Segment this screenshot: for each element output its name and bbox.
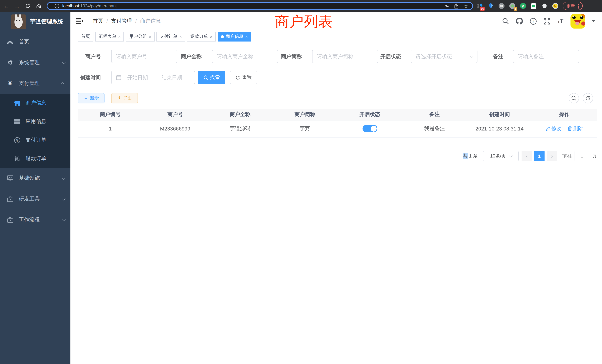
filter-label-status: 开启状态 (364, 50, 401, 63)
sidebar-item-infra[interactable]: 基础设施 (0, 168, 70, 189)
browser-menu-icon[interactable] (578, 3, 579, 8)
close-icon[interactable]: × (149, 34, 151, 39)
pagination-total: 共 1 条 (463, 153, 478, 159)
page-info-icon[interactable] (53, 3, 60, 9)
url-text: localhost:1024/pay/merchant (62, 4, 117, 8)
main-area: 首页 / 支付管理 / 商户信息 商户列表 ? (70, 12, 602, 364)
delete-button[interactable]: 删除 (568, 125, 583, 132)
tab-merchant-info[interactable]: 商户信息× (218, 32, 251, 41)
pagination: 共 1 条 10条/页 ‹ 1 › 前往 页 (463, 151, 597, 161)
profile-avatar-icon[interactable] (552, 3, 558, 9)
ext-green-circle-icon[interactable]: 1 (509, 3, 515, 9)
sidebar-item-label: 基础设施 (19, 175, 40, 182)
annotation-title: 商户列表 (275, 12, 333, 31)
sidebar-item-pay-order[interactable]: ¥ 支付订单 (0, 131, 70, 149)
address-bar[interactable]: localhost:1024/pay/merchant ☆ (47, 2, 473, 10)
update-label: 更新 (566, 3, 575, 9)
forward-icon[interactable]: → (13, 1, 22, 10)
share-icon[interactable] (453, 3, 460, 9)
user-avatar[interactable] (570, 14, 585, 29)
ext-chat-icon[interactable] (530, 3, 537, 9)
show-search-toggle-button[interactable] (569, 93, 579, 103)
refresh-button[interactable] (583, 93, 593, 103)
filter-label-create-time: 创建时间 (74, 71, 101, 84)
sidebar-item-workflow[interactable]: 工作流程 (0, 209, 70, 230)
status-toggle[interactable] (362, 125, 377, 132)
home-icon[interactable] (34, 1, 43, 10)
github-icon[interactable] (516, 17, 523, 25)
page-number-button[interactable]: 1 (534, 151, 545, 161)
col-merchant-no: 商户号 (143, 109, 208, 120)
sidebar-item-app-info[interactable]: 应用信息 (0, 112, 70, 131)
sidebar-item-label: 工作流程 (19, 216, 40, 223)
reload-icon[interactable] (23, 1, 32, 10)
tab-process-form[interactable]: 流程表单× (95, 32, 124, 41)
sidebar-collapse-icon[interactable] (76, 18, 83, 24)
prev-page-button[interactable]: ‹ (522, 151, 532, 161)
add-button[interactable]: ＋ 新增 (78, 93, 105, 103)
ext-yuque-icon[interactable]: y (520, 3, 526, 9)
avatar-caret-icon[interactable] (592, 20, 595, 22)
ext-blue-diamond-icon[interactable]: 10 (477, 3, 483, 9)
cell-remark: 我是备注 (402, 120, 467, 137)
ext-kite-icon[interactable] (487, 3, 494, 9)
logo-row[interactable]: 芋道管理系统 (0, 12, 70, 32)
password-key-icon[interactable] (443, 3, 450, 9)
breadcrumb-pay[interactable]: 支付管理 (111, 18, 132, 24)
fullscreen-icon[interactable] (543, 17, 550, 25)
sidebar-item-label: 商户信息 (26, 100, 46, 106)
app-logo (11, 14, 26, 29)
tab-user-group[interactable]: 用户分组× (126, 32, 155, 41)
search-button[interactable]: 搜索 (198, 71, 225, 84)
cell-merchant-no: M233666999 (143, 120, 208, 137)
yen-icon: ¥ (6, 80, 14, 87)
url-host: localhost (62, 4, 79, 8)
cell-id: 1 (78, 120, 143, 137)
page-header: 首页 / 支付管理 / 商户信息 商户列表 ? (70, 12, 602, 30)
back-icon[interactable]: ← (2, 1, 11, 10)
close-icon[interactable]: × (118, 34, 121, 39)
remark-input[interactable] (513, 50, 579, 63)
tab-pay-order[interactable]: 支付订单× (156, 32, 185, 41)
reset-button[interactable]: 重置 (230, 71, 257, 84)
tab-home[interactable]: 首页 (78, 32, 93, 41)
dashboard-icon (6, 39, 14, 45)
chrome-update-button[interactable]: 更新 (563, 2, 583, 10)
merchant-table: 商户编号 商户号 商户全称 商户简称 开启状态 备注 创建时间 操作 1 (78, 109, 597, 137)
create-time-range-picker[interactable]: - (111, 71, 195, 84)
tab-refund-order[interactable]: 退款订单× (187, 32, 216, 41)
briefcase-icon (6, 217, 14, 223)
bookmark-star-icon[interactable]: ☆ (463, 3, 469, 9)
sidebar-item-home[interactable]: 首页 (0, 32, 70, 52)
sidebar: 芋道管理系统 首页 系统管理 ¥ 支付管理 (0, 12, 70, 364)
sidebar-item-dev-tools[interactable]: 研发工具 (0, 189, 70, 209)
export-button[interactable]: 导出 (111, 93, 138, 103)
ext-command-icon[interactable]: ⌘ (498, 3, 505, 9)
sidebar-item-label: 首页 (19, 39, 29, 45)
sidebar-item-merchant-info[interactable]: 商户信息 (0, 94, 70, 112)
filter-label-short-name: 商户简称 (265, 50, 302, 63)
close-icon[interactable]: × (210, 34, 212, 39)
download-icon (117, 96, 121, 100)
col-create-time: 创建时间 (467, 109, 532, 120)
sidebar-item-refund-order[interactable]: 退款订单 (0, 149, 70, 168)
table-header-row: 商户编号 商户号 商户全称 商户简称 开启状态 备注 创建时间 操作 (78, 109, 597, 120)
close-icon[interactable]: × (245, 34, 248, 39)
extensions-puzzle-icon[interactable] (541, 3, 548, 9)
sidebar-item-system[interactable]: 系统管理 (0, 52, 70, 73)
screen: ← → localhost:1024/pay/merchant ☆ (0, 0, 602, 364)
breadcrumb-home[interactable]: 首页 (93, 18, 103, 24)
font-size-icon[interactable]: TT (557, 17, 564, 25)
cell-full-name: 芋道源码 (208, 120, 272, 137)
search-icon[interactable] (502, 17, 509, 25)
help-icon[interactable]: ? (529, 17, 537, 25)
edit-button[interactable]: 修改 (546, 126, 561, 132)
sidebar-item-pay[interactable]: ¥ 支付管理 (0, 73, 70, 94)
start-date-input (123, 75, 152, 80)
cell-short-name: 芋艿 (272, 120, 337, 137)
close-icon[interactable]: × (179, 34, 182, 39)
sidebar-item-label: 退款订单 (26, 155, 46, 162)
goto-page-input[interactable] (575, 151, 589, 161)
page-size-select[interactable]: 10条/页 (483, 151, 519, 161)
next-page-button[interactable]: › (547, 151, 557, 161)
